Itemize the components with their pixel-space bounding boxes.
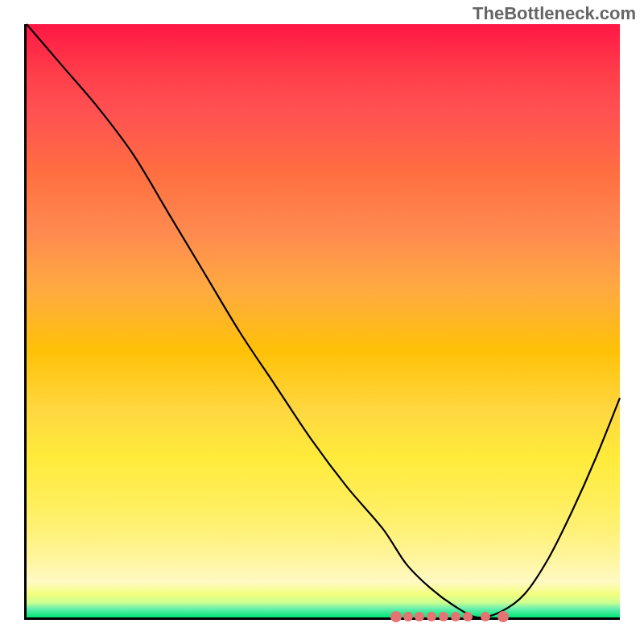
chart-container: TheBottleneck.com <box>0 0 644 644</box>
bottleneck-curve <box>27 24 620 617</box>
curve-path <box>27 24 620 617</box>
plot-area <box>24 24 620 620</box>
watermark-text: TheBottleneck.com <box>473 3 636 24</box>
